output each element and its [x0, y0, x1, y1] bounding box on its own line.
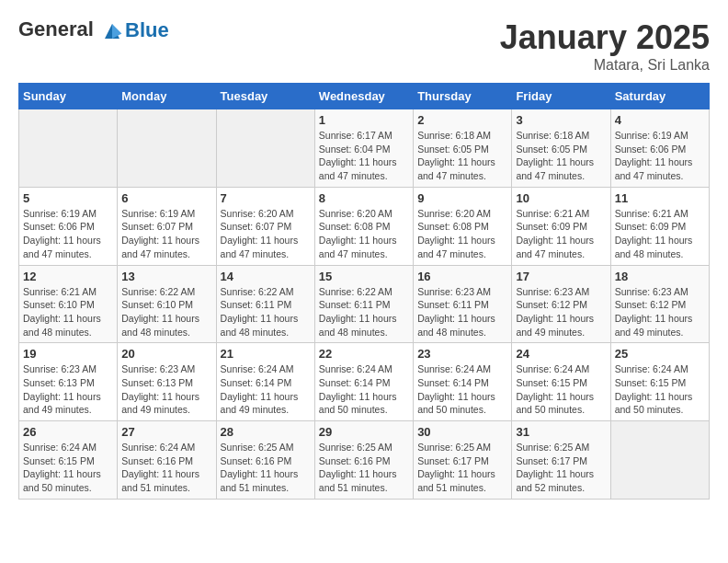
day-number: 7	[221, 191, 311, 205]
day-header-wednesday: Wednesday	[314, 84, 413, 109]
day-info: Sunrise: 6:23 AM Sunset: 6:13 PM Dayligh…	[121, 362, 211, 417]
calendar-cell: 19Sunrise: 6:23 AM Sunset: 6:13 PM Dayli…	[19, 343, 118, 421]
calendar-cell: 4Sunrise: 6:19 AM Sunset: 6:06 PM Daylig…	[610, 109, 709, 188]
calendar-cell: 14Sunrise: 6:22 AM Sunset: 6:11 PM Dayli…	[216, 265, 314, 343]
day-header-monday: Monday	[118, 84, 216, 109]
calendar-week-5: 26Sunrise: 6:24 AM Sunset: 6:15 PM Dayli…	[19, 421, 710, 500]
location-subtitle: Matara, Sri Lanka	[500, 57, 710, 74]
title-block: January 2025 Matara, Sri Lanka	[500, 18, 710, 74]
day-number: 11	[615, 191, 705, 205]
page-header: General Blue January 2025 Matara, Sri La…	[18, 18, 710, 74]
calendar-cell: 8Sunrise: 6:20 AM Sunset: 6:08 PM Daylig…	[314, 187, 413, 265]
calendar-cell: 26Sunrise: 6:24 AM Sunset: 6:15 PM Dayli…	[19, 421, 118, 500]
calendar-cell: 6Sunrise: 6:19 AM Sunset: 6:07 PM Daylig…	[118, 187, 216, 265]
logo-blue: Blue	[125, 18, 169, 42]
calendar-cell: 29Sunrise: 6:25 AM Sunset: 6:16 PM Dayli…	[314, 421, 413, 500]
calendar-cell: 21Sunrise: 6:24 AM Sunset: 6:14 PM Dayli…	[216, 343, 314, 421]
calendar-cell	[19, 109, 118, 188]
day-info: Sunrise: 6:24 AM Sunset: 6:14 PM Dayligh…	[319, 362, 409, 417]
calendar-cell: 13Sunrise: 6:22 AM Sunset: 6:10 PM Dayli…	[118, 265, 216, 343]
day-info: Sunrise: 6:23 AM Sunset: 6:12 PM Dayligh…	[516, 285, 606, 339]
day-header-friday: Friday	[512, 84, 610, 109]
calendar-week-4: 19Sunrise: 6:23 AM Sunset: 6:13 PM Dayli…	[19, 343, 710, 421]
day-info: Sunrise: 6:24 AM Sunset: 6:16 PM Dayligh…	[121, 441, 211, 495]
calendar-cell: 2Sunrise: 6:18 AM Sunset: 6:05 PM Daylig…	[414, 109, 512, 188]
day-info: Sunrise: 6:19 AM Sunset: 6:06 PM Dayligh…	[23, 207, 113, 261]
day-info: Sunrise: 6:23 AM Sunset: 6:11 PM Dayligh…	[417, 285, 507, 339]
day-number: 9	[417, 191, 507, 205]
calendar-cell: 20Sunrise: 6:23 AM Sunset: 6:13 PM Dayli…	[118, 343, 216, 421]
calendar-week-1: 1Sunrise: 6:17 AM Sunset: 6:04 PM Daylig…	[19, 109, 710, 188]
day-number: 31	[516, 425, 606, 439]
calendar-cell: 22Sunrise: 6:24 AM Sunset: 6:14 PM Dayli…	[314, 343, 413, 421]
day-number: 4	[615, 113, 705, 127]
day-number: 10	[516, 191, 606, 205]
day-header-saturday: Saturday	[610, 84, 709, 109]
day-number: 22	[319, 347, 409, 361]
calendar-cell: 27Sunrise: 6:24 AM Sunset: 6:16 PM Dayli…	[118, 421, 216, 500]
day-info: Sunrise: 6:18 AM Sunset: 6:05 PM Dayligh…	[417, 129, 507, 183]
day-info: Sunrise: 6:19 AM Sunset: 6:07 PM Dayligh…	[121, 207, 211, 261]
day-info: Sunrise: 6:24 AM Sunset: 6:15 PM Dayligh…	[516, 362, 606, 417]
calendar-cell: 3Sunrise: 6:18 AM Sunset: 6:05 PM Daylig…	[512, 109, 610, 188]
day-info: Sunrise: 6:20 AM Sunset: 6:08 PM Dayligh…	[417, 207, 507, 261]
calendar-cell: 12Sunrise: 6:21 AM Sunset: 6:10 PM Dayli…	[19, 265, 118, 343]
calendar-cell: 25Sunrise: 6:24 AM Sunset: 6:15 PM Dayli…	[610, 343, 709, 421]
calendar-cell: 5Sunrise: 6:19 AM Sunset: 6:06 PM Daylig…	[19, 187, 118, 265]
day-number: 3	[516, 113, 606, 127]
day-info: Sunrise: 6:21 AM Sunset: 6:09 PM Dayligh…	[516, 207, 606, 261]
day-number: 15	[319, 270, 409, 283]
calendar-cell: 23Sunrise: 6:24 AM Sunset: 6:14 PM Dayli…	[414, 343, 512, 421]
calendar-cell: 31Sunrise: 6:25 AM Sunset: 6:17 PM Dayli…	[512, 421, 610, 500]
day-number: 20	[121, 347, 211, 361]
day-number: 23	[417, 347, 507, 361]
calendar-cell: 7Sunrise: 6:20 AM Sunset: 6:07 PM Daylig…	[216, 187, 314, 265]
day-number: 2	[417, 113, 507, 127]
calendar-cell: 28Sunrise: 6:25 AM Sunset: 6:16 PM Dayli…	[216, 421, 314, 500]
day-info: Sunrise: 6:19 AM Sunset: 6:06 PM Dayligh…	[615, 129, 705, 183]
calendar-table: SundayMondayTuesdayWednesdayThursdayFrid…	[18, 83, 710, 500]
day-info: Sunrise: 6:22 AM Sunset: 6:10 PM Dayligh…	[121, 285, 211, 339]
day-number: 16	[417, 270, 507, 283]
day-info: Sunrise: 6:22 AM Sunset: 6:11 PM Dayligh…	[221, 285, 311, 339]
day-number: 30	[417, 425, 507, 439]
day-header-thursday: Thursday	[414, 84, 512, 109]
day-info: Sunrise: 6:25 AM Sunset: 6:17 PM Dayligh…	[417, 441, 507, 495]
day-number: 26	[23, 425, 113, 439]
day-info: Sunrise: 6:20 AM Sunset: 6:07 PM Dayligh…	[221, 207, 311, 261]
day-number: 19	[23, 347, 113, 361]
calendar-cell: 15Sunrise: 6:22 AM Sunset: 6:11 PM Dayli…	[314, 265, 413, 343]
calendar-cell	[216, 109, 314, 188]
day-number: 13	[121, 270, 211, 283]
day-number: 24	[516, 347, 606, 361]
day-number: 29	[319, 425, 409, 439]
day-header-tuesday: Tuesday	[216, 84, 314, 109]
calendar-cell: 9Sunrise: 6:20 AM Sunset: 6:08 PM Daylig…	[414, 187, 512, 265]
day-info: Sunrise: 6:18 AM Sunset: 6:05 PM Dayligh…	[516, 129, 606, 183]
calendar-week-3: 12Sunrise: 6:21 AM Sunset: 6:10 PM Dayli…	[19, 265, 710, 343]
calendar-header-row: SundayMondayTuesdayWednesdayThursdayFrid…	[19, 84, 710, 109]
day-header-sunday: Sunday	[19, 84, 118, 109]
day-number: 8	[319, 191, 409, 205]
day-number: 1	[319, 113, 409, 127]
day-info: Sunrise: 6:25 AM Sunset: 6:16 PM Dayligh…	[319, 441, 409, 495]
day-number: 18	[615, 270, 705, 283]
day-info: Sunrise: 6:25 AM Sunset: 6:16 PM Dayligh…	[221, 441, 311, 495]
day-number: 14	[221, 270, 311, 283]
day-number: 6	[121, 191, 211, 205]
day-number: 25	[615, 347, 705, 361]
day-number: 17	[516, 270, 606, 283]
day-info: Sunrise: 6:24 AM Sunset: 6:15 PM Dayligh…	[23, 441, 113, 495]
day-info: Sunrise: 6:21 AM Sunset: 6:09 PM Dayligh…	[615, 207, 705, 261]
calendar-cell: 1Sunrise: 6:17 AM Sunset: 6:04 PM Daylig…	[314, 109, 413, 188]
day-number: 28	[221, 425, 311, 439]
day-number: 12	[23, 270, 113, 283]
calendar-cell	[118, 109, 216, 188]
day-info: Sunrise: 6:24 AM Sunset: 6:14 PM Dayligh…	[221, 362, 311, 417]
day-info: Sunrise: 6:23 AM Sunset: 6:12 PM Dayligh…	[615, 285, 705, 339]
day-number: 27	[121, 425, 211, 439]
day-info: Sunrise: 6:21 AM Sunset: 6:10 PM Dayligh…	[23, 285, 113, 339]
day-number: 21	[221, 347, 311, 361]
day-info: Sunrise: 6:22 AM Sunset: 6:11 PM Dayligh…	[319, 285, 409, 339]
calendar-cell: 30Sunrise: 6:25 AM Sunset: 6:17 PM Dayli…	[414, 421, 512, 500]
